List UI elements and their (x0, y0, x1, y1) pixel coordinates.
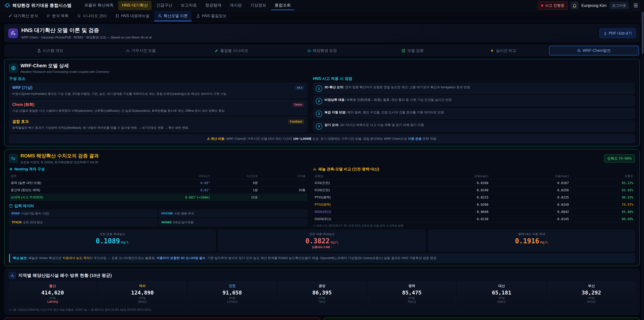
components-column: 구성 요소 WRF (기상) v4.x 비정수압(non-hydrostatic… (9, 76, 307, 134)
inputs-block: 입력 데이터 ERA5기상(기압·풍속·기온) HYCOM수온·염분·유속 TP… (9, 203, 307, 226)
roms-section-header: ROMS 해양확산 수치모의 검증 결과 김정윤·이문진 외 (2024), 한… (9, 153, 635, 164)
topnav-item-aerial[interactable]: 항공탐색 (202, 1, 225, 10)
roms-subtitle: 김정윤·이문진 외 (2024), 한국해양환경·안전학회지 Vol.30 (20, 160, 99, 164)
table-row: 광역 (일본·대만 포함) 0.05° 5분 (9, 179, 307, 187)
topnav-item-rescue[interactable]: 긴급구난 (152, 1, 176, 10)
page-title: HNS 대기확산 모델 이론 및 검증 (21, 27, 152, 34)
discharge-tile-pyeongtaek: 평택 85,475 m³/일 781t/년 (368, 281, 456, 306)
tab-realtime-compare[interactable]: 실시간 비교 (458, 46, 548, 55)
hamburger-menu-icon[interactable] (632, 2, 640, 10)
tab-substance-scenarios[interactable]: 물질별 시나리오 (187, 46, 276, 55)
topnav-item-hns-atmos[interactable]: HNS·대기확산 (118, 1, 152, 10)
col-header: 영역 (9, 173, 140, 179)
subnav-label: 확산모델 이론 (164, 13, 188, 19)
discharge-sub: 346t/년 (460, 300, 544, 304)
scrollbar-thumb[interactable] (642, 12, 644, 54)
tab-gaussian-model[interactable]: 가우시안 모델 (96, 46, 186, 55)
col-header: 수직층 (260, 173, 307, 179)
top-navigation: 해양환경 위기대응 통합시스템 유출유 확산예측 HNS·대기확산 긴급구난 보… (0, 0, 644, 11)
subnav-item-substance-info[interactable]: HNS 물질정보 (192, 11, 230, 21)
scrollbar-track[interactable] (642, 11, 644, 320)
topnav-item-board[interactable]: 게시판 (226, 1, 246, 10)
observed: 0.0840 (410, 208, 490, 215)
nesting-layers: 20층 (260, 187, 307, 194)
cost-text: 소요. 초기 대응에는 가우시안 모델, 정밀 분석에는 WRF-Chem으로 (312, 137, 408, 140)
modeled: 0.0249 (490, 201, 570, 208)
brand[interactable]: 해양환경 위기대응 통합시스템 (4, 3, 72, 9)
advantage-title: 장기 모의: (324, 123, 339, 127)
inputs-heading-row: 입력 데이터 (9, 203, 307, 208)
city-name: 부산 (550, 283, 633, 288)
chip-desc: 5대강 담수유량 (173, 221, 194, 224)
brand-title: 해양환경 위기대응 통합시스템 (12, 3, 72, 9)
subnav-item-list[interactable]: 분석 목록 (42, 11, 72, 21)
finding-highlight: 저층까지 포함한 3D 모니터링 필수 (156, 256, 206, 260)
advantage-item: 4 장기 모의: 24~72시간 예측으로 사고 수습 계획 및 장기 피해 평… (313, 121, 635, 132)
chip-name: ERA5 (12, 212, 20, 215)
subnav-label: HNS 물질정보 (202, 13, 226, 19)
nesting-table: 영역 격자크기 시간간격 수직층 광역 (일본·대만 포함) 0.05° 5분 … (9, 173, 307, 201)
tab-system-overview[interactable]: 시스템 개요 (5, 46, 95, 55)
chip-name: TPXO9 (12, 221, 22, 224)
pdf-export-button[interactable]: PDF 내보내기 (600, 29, 636, 38)
discharge-sub: 1,073t/년 (190, 300, 274, 304)
notification-bell-button[interactable] (571, 2, 578, 10)
col-header: 관측(mg/L) (410, 173, 490, 179)
input-chip-tpxo9: TPXO9조위 15개 분조 (9, 219, 157, 226)
subnav-item-model-theory[interactable]: 확산모델 이론 (154, 11, 191, 21)
sub-navigation: 대기확산 분석 분석 목록 시나리오 관리 HNS 대응매뉴얼 확산모델 이론 … (0, 11, 644, 22)
incident-status-badge[interactable]: 사고 진행중 (538, 2, 568, 10)
discharge-header: 지역별 해양산업시설 폐수 방류 현황 (10년 평균) (9, 272, 635, 279)
component-desc: 비정수압(non-hydrostatic) 중규모 기상 모델. 3차원 바람장… (12, 92, 304, 96)
accuracy: 95.88% (570, 208, 635, 215)
subnav-item-analysis[interactable]: 대기확산 분석 (4, 11, 42, 21)
nesting-heading: Nesting 격자 구성 (14, 167, 45, 172)
tab-marine-correction[interactable]: 해양환경 보정 (277, 46, 367, 55)
phenol-heading: 페놀 관측-모델 비교 (인천·평택·대산) (318, 167, 379, 172)
roms-columns: Nesting 격자 구성 영역 격자크기 시간간격 수직층 광역 (일본·대만… (9, 167, 635, 227)
phenol-table: 관측점 관측(mg/L) 모델(mg/L) 정확도 IC01(인천) 0.016… (313, 173, 635, 223)
tab-label: 모델 검증 (407, 48, 424, 53)
table-row: PT01(평택) 0.0215 0.0235 90.55% (313, 194, 635, 201)
nesting-grid: 0.01° (140, 187, 212, 194)
check-square-icon (402, 49, 406, 53)
tab-wrfchem[interactable]: WRF-Chem발전 (549, 46, 639, 55)
tab-label: 실시간 비교 (496, 48, 516, 53)
tab-label: 가우시안 모델 (132, 48, 156, 53)
component-card-chem: Chem (화학) Online 기상 모델과 동일한 시간 스텝에서 화학종의… (9, 100, 307, 115)
inputs-heading: 입력 데이터 (14, 203, 34, 208)
topnav-item-weather[interactable]: 기상정보 (246, 1, 270, 10)
discharge-sub: 382t/년 (100, 300, 184, 304)
bottom-cards: 현재 한계점 입자 추적 방식의 한계 기존 라그랑지안 입자 추적 방식은 장… (4, 317, 640, 320)
wrfchem-heading-text: WRF-Chem 모델 상세 Weather Research and Fore… (20, 62, 109, 74)
table-row: IC01(인천) 0.0160 0.0167 95.22% (313, 179, 635, 187)
col-header: 관측점 (313, 173, 410, 179)
advantage-number: 4 (316, 123, 322, 130)
subnav-item-scenario[interactable]: 시나리오 관리 (73, 11, 110, 21)
dispersion-model-icon (8, 28, 18, 38)
nesting-area: 중간역 (한반도 해역) (9, 187, 140, 194)
logout-button[interactable]: 로그아웃 (610, 2, 629, 10)
station: DS01(대산) (313, 208, 410, 215)
topnav-item-oil-spill[interactable]: 유출유 확산예측 (80, 1, 117, 10)
component-name: Chem (화학) (12, 102, 34, 107)
topnav-item-integrated[interactable]: 통합조회 (271, 1, 294, 10)
bolt-icon (490, 49, 494, 53)
tab-model-validation[interactable]: 모델 검증 (368, 46, 457, 55)
discharge-footnote: ※ 1종 사업장(2,000m³/일 이상) 하루 평균 페놀 배출량: 23,… (9, 308, 635, 311)
key-finding-note: 핵심 발견: 페놀은 Sinker 특성으로 저층에서 농도 축적이 두드러짐 … (9, 253, 635, 263)
advantage-desc: 연직 방향 확산까지 포함한 정밀 농도장 계산. 고층 대기로의 확산과 fu… (345, 85, 470, 89)
plume-icon (158, 14, 162, 18)
observed: 0.0160 (410, 179, 490, 187)
component-desc: 기상 모델과 동일한 시간 스텝에서 화학종의 이류(advection), 난… (12, 109, 304, 113)
accuracy: 88.68% (570, 215, 635, 223)
subnav-item-manual[interactable]: HNS 대응매뉴얼 (112, 11, 153, 21)
accuracy: 75.57% (570, 201, 635, 208)
subnav-label: HNS 대응매뉴얼 (121, 13, 150, 19)
chip-name: HYCOM (161, 212, 172, 215)
stat-value: 0.1089 (96, 237, 120, 245)
tab-label: 해양환경 보정 (313, 48, 337, 53)
wrfchem-section: WRF-Chem 모델 상세 Weather Research and Fore… (4, 59, 640, 147)
topnav-item-reports[interactable]: 보고자료 (177, 1, 200, 10)
topnav-menu: 유출유 확산예측 HNS·대기확산 긴급구난 보고자료 항공탐색 게시판 기상정… (80, 1, 294, 10)
